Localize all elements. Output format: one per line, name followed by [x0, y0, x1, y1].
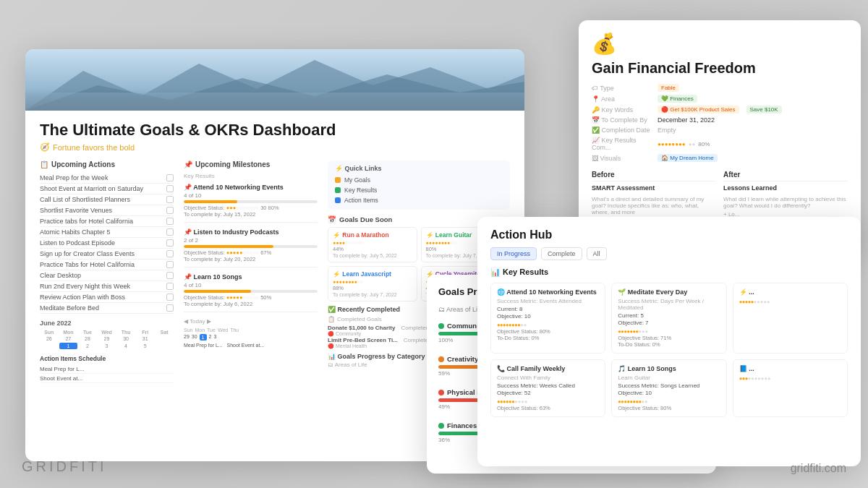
milestone-due: To complete by: July 6, 2022 — [184, 301, 318, 307]
quick-links-section: ⚡ Quick Links My Goals Key Results Actio… — [328, 160, 510, 210]
cal-day[interactable]: 26 — [40, 335, 59, 342]
cal-day[interactable]: 27 — [59, 335, 78, 342]
fp-label-area: 📍 Area — [592, 95, 653, 103]
ql-dot-1 — [335, 177, 341, 183]
kr-objective: Objective: 7 — [618, 320, 720, 326]
fp-kw-2: Save $10K — [746, 106, 782, 114]
fp-value-area: 💚 Finances — [658, 95, 697, 103]
checkbox[interactable] — [166, 185, 174, 192]
checkbox[interactable] — [166, 239, 174, 247]
goal-card[interactable]: ⚡ Learn Javascript ●●●●●●●●○○ 88% To com… — [328, 266, 417, 301]
cal-day[interactable]: 3 — [98, 343, 116, 349]
action-items-list: Meal Prep for the WeekShoot Event at Mar… — [40, 173, 174, 314]
action-item[interactable]: Practice tabs for Hotel California — [40, 216, 174, 227]
fp-title: Gain Financial Freedom — [592, 60, 848, 77]
action-item[interactable]: Clear Desktop — [40, 270, 174, 281]
action-item[interactable]: Sign up for Creator Class Events — [40, 249, 174, 260]
checkbox[interactable] — [166, 304, 174, 312]
tab-in-progress[interactable]: In Progress — [490, 247, 537, 260]
areas-icon: 🗂 — [328, 361, 333, 368]
tab-complete[interactable]: Complete — [541, 247, 582, 260]
checkbox[interactable] — [166, 228, 174, 236]
cal-day-header: Wed — [98, 330, 116, 335]
cal-day[interactable]: 4 — [116, 343, 135, 349]
progress-fill — [184, 245, 273, 248]
milestone-name: 📌 Attend 10 Networking Events — [184, 184, 318, 191]
action-item[interactable]: Shortlist Favorite Venues — [40, 205, 174, 216]
checkbox[interactable] — [166, 294, 174, 301]
cal-event-1: Meal Prep for L... — [40, 364, 174, 374]
checkbox[interactable] — [166, 196, 174, 203]
cal-day[interactable]: 2 — [78, 343, 97, 349]
kr-current: Success Metric: Songs Learned — [618, 382, 720, 389]
calendar-header-milestones: ◀ Today ▶ SunMonTueWedThu 2930123 Meal P… — [184, 318, 318, 348]
ql-item-2[interactable]: Key Results — [335, 185, 503, 195]
ql-dot-2 — [335, 187, 341, 193]
kr-dots-empty: ●●●●● — [754, 299, 770, 305]
kr-status: Objective Status: 63% — [497, 405, 599, 411]
checkbox[interactable] — [166, 261, 174, 268]
milestone-name: 📌 Learn 10 Songs — [184, 273, 318, 281]
upcoming-milestones-title: 📌 Upcoming Milestones — [184, 160, 318, 168]
kr-todo: To-Do Status: 0% — [497, 335, 599, 341]
week-days: SunMonTueWedThu — [184, 328, 318, 333]
action-item[interactable]: Review Action Plan with Boss — [40, 292, 174, 303]
goal-card[interactable]: ⚡ Run a Marathon ●●●●○○○○○○ 44% To compl… — [328, 227, 417, 262]
cal-day[interactable]: 30 — [116, 335, 135, 342]
checkbox[interactable] — [166, 283, 174, 290]
checkbox[interactable] — [166, 174, 174, 181]
milestone-item: 📌 Learn 10 Songs 4 of 10 Objective Statu… — [184, 273, 318, 312]
milestones-list: 📌 Attend 10 Networking Events 4 of 10 Ob… — [184, 184, 318, 312]
fp-label-type: 🏷 Type — [592, 85, 653, 92]
milestone-item: 📌 Listen to Industry Podcasts 2 of 2 Obj… — [184, 228, 318, 267]
milestone-progress-bar — [184, 245, 318, 248]
action-item[interactable]: Meal Prep for the Week — [40, 173, 174, 184]
kr-current: Current: 8 — [497, 306, 599, 312]
kr-status: Objective Status: 71% — [618, 335, 720, 341]
kr-name: 📞 Call Family Weekly — [497, 365, 599, 372]
kr-dots-row: ●●●●●●●●●● — [618, 328, 720, 335]
kr-sub: Connect With Family — [497, 374, 599, 381]
cal-day-header: Sat — [155, 330, 174, 335]
goal-card-name: ⚡ Run a Marathon — [333, 231, 412, 239]
fp-after-title: After — [723, 171, 848, 181]
kr-dots-empty: ●● — [642, 398, 648, 405]
milestone-meta: 2 of 2 — [184, 237, 318, 244]
tab-all[interactable]: All — [587, 247, 607, 260]
fp-dots-empty: ●● — [689, 141, 696, 147]
action-item[interactable]: Listen to Podcast Episode — [40, 238, 174, 249]
cal-day[interactable]: 31 — [136, 335, 155, 342]
cal-day[interactable]: 29 — [98, 335, 116, 342]
action-item[interactable]: Practice Tabs for Hotel California — [40, 260, 174, 270]
fp-smart-title: SMART Assessment — [592, 184, 716, 194]
checkbox[interactable] — [166, 218, 174, 225]
fp-row-type: 🏷 Type Fable — [592, 84, 848, 92]
action-item[interactable]: Shoot Event at Marriott on Saturday — [40, 184, 174, 194]
action-item[interactable]: Meditate Before Bed — [40, 303, 174, 314]
fp-after-section: After Lessons Learned What did I learn w… — [723, 171, 848, 218]
progress-fill — [184, 290, 251, 293]
ql-item-1[interactable]: My Goals — [335, 175, 503, 185]
checkbox[interactable] — [166, 207, 174, 214]
ql-item-3[interactable]: Action Items — [335, 195, 503, 205]
action-item[interactable]: Run 2nd Every Night this Week — [40, 281, 174, 292]
kr-name: 📘 ... — [739, 365, 841, 372]
fp-row-keywords: 🔑 Key Words 🔴 Get $100K Product Sales Sa… — [592, 106, 848, 114]
fp-before-title: Before — [592, 171, 716, 181]
action-item[interactable]: Call List of Shortlisted Planners — [40, 194, 174, 205]
milestone-status: Objective Status: ●●●●●○○○○○ 50% — [184, 294, 318, 301]
cal-day[interactable]: 5 — [136, 343, 155, 349]
checkbox[interactable] — [166, 272, 174, 279]
cal-day[interactable]: 1 — [59, 343, 78, 349]
kr-objective: Objective: 52 — [497, 390, 599, 396]
calendar-grid: SunMonTueWedThuFriSat26272829303112345 — [40, 330, 174, 349]
kr-sub: Learn Guitar — [618, 374, 720, 381]
event-hint: Meal Prep for L... Shoot Event at... — [184, 343, 318, 348]
checkbox[interactable] — [166, 250, 174, 257]
kr-current: Current: 5 — [618, 312, 720, 319]
kr-card: 📘 ... ●●●●●●●●●● — [733, 359, 848, 417]
cal-day[interactable]: 28 — [78, 335, 97, 342]
kr-status: Objective Status: 80% — [497, 328, 599, 335]
action-item[interactable]: Atomic Habits Chapter 5 — [40, 227, 174, 238]
kr-dots-row: ●●●●●●●●●● — [739, 374, 841, 382]
